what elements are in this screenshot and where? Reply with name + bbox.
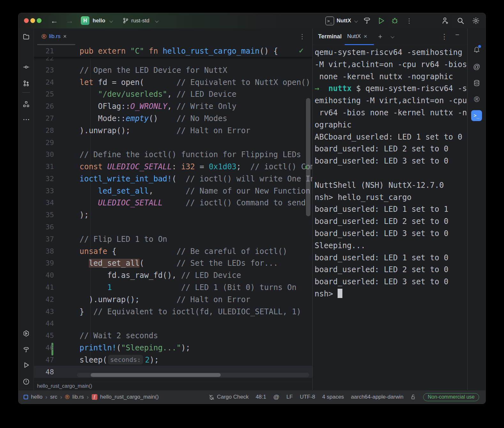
terminal-options-icon[interactable]: ⋮ — [441, 33, 448, 40]
terminal-header: Terminal NuttX × + ⋮ − — [313, 28, 468, 45]
code-line: 46println!("Sleeping..."); — [34, 342, 312, 354]
project-icon — [24, 395, 28, 399]
editor-breadcrumb-bar[interactable]: hello_rust_cargo_main() — [34, 382, 312, 390]
structure-icon[interactable] — [23, 101, 30, 108]
inspections-ok-icon[interactable]: ✓ — [298, 47, 304, 55]
terminal-line: board_userled: LED 3 set to 0 — [315, 276, 467, 288]
code-line: 30// Define the ioctl() function for Fli… — [34, 149, 312, 161]
code-line: 25 "/dev/userleds", // LED Device — [34, 88, 312, 100]
ai-status-icon[interactable]: @ — [273, 394, 279, 401]
code-line: 39 led_set_all( // Set the LEDs for... — [34, 257, 312, 269]
notification-badge — [478, 45, 481, 48]
terminal-line: ographic — [315, 119, 467, 131]
terminal-output[interactable]: qemu-system-riscv64 -semihosting-M virt,… — [315, 45, 467, 390]
settings-gear-icon[interactable] — [472, 17, 480, 25]
terminal-line: none -kernel nuttx -nographic — [315, 71, 467, 83]
commit-icon[interactable] — [23, 64, 30, 71]
terminal-title[interactable]: Terminal — [318, 33, 342, 40]
search-icon[interactable] — [456, 17, 465, 25]
terminal-line: nsh> hello_rust_cargo — [315, 192, 467, 204]
tab-options-icon[interactable]: ⋮ — [299, 33, 305, 40]
branch-name[interactable]: rust-std — [131, 18, 149, 24]
chevron-down-icon — [354, 19, 358, 22]
status-project[interactable]: hello — [31, 394, 42, 400]
sticky-line[interactable]: 21 pub extern "C" fn hello_rust_cargo_ma… — [34, 45, 312, 57]
code-line: 27 Mode::empty() // No Modes — [34, 112, 312, 125]
editor-horizontal-scrollbar[interactable] — [91, 373, 221, 377]
terminal-line: nsh> — [315, 288, 467, 300]
window-zoom-button[interactable] — [37, 18, 42, 23]
ai-assistant-icon[interactable]: @ — [473, 63, 480, 70]
git-branch-icon — [122, 17, 129, 24]
add-user-icon[interactable] — [441, 17, 449, 25]
terminal-toolwindow-icon-active[interactable]: >_ — [471, 110, 482, 121]
chevron-down-icon[interactable] — [391, 34, 394, 38]
run-button-icon[interactable] — [377, 17, 385, 25]
code-line: 31const ULEDIOC_SETALL: i32 = 0x1d03; //… — [34, 161, 312, 173]
tab-lib-rs[interactable]: ® lib.rs × — [37, 28, 71, 44]
build-tool-icon[interactable] — [23, 346, 30, 353]
more-options-icon[interactable]: ⋮ — [406, 17, 412, 25]
project-name[interactable]: hello — [93, 18, 105, 24]
more-tool-windows-icon[interactable]: ⋯ — [23, 115, 30, 122]
run-config-name[interactable]: NuttX — [337, 18, 351, 24]
hide-panel-icon[interactable]: − — [455, 31, 459, 38]
code-line: 33 led_set_all, // Name of our New Funct… — [34, 185, 312, 197]
back-arrow-icon[interactable]: ← — [50, 16, 58, 25]
file-encoding[interactable]: UTF-8 — [300, 394, 315, 400]
code-line: 29 — [34, 137, 312, 149]
line-separator[interactable]: LF — [286, 394, 293, 400]
license-badge[interactable]: Non-commercial use — [423, 393, 479, 401]
scrollbar-change-mark — [305, 166, 307, 169]
status-bar: hello › src › ® lib.rs › f hello_rust_ca… — [19, 390, 485, 404]
strip-divider — [22, 92, 30, 93]
status-function[interactable]: hello_rust_cargo_main() — [100, 394, 159, 400]
unlocked-padlock-icon[interactable] — [410, 394, 416, 400]
function-icon: f — [92, 394, 97, 400]
project-icon[interactable]: H — [81, 16, 89, 25]
code-line: 24let fd = open( // Equivalent to NuttX … — [34, 76, 312, 88]
terminal-line: board_userled: LED 3 set to 0 — [315, 155, 467, 167]
project-folder-icon[interactable] — [23, 33, 30, 40]
window-close-button[interactable] — [24, 18, 29, 23]
code-line: 38unsafe { // Be careful of ioctl() — [34, 245, 312, 257]
indent-setting[interactable]: 4 spaces — [322, 394, 344, 400]
new-terminal-icon[interactable]: + — [378, 33, 382, 40]
cargo-check-widget[interactable]: Cargo Check — [209, 394, 248, 400]
rust-file-icon: ® — [42, 33, 46, 40]
terminal-tab-label: NuttX — [347, 33, 361, 40]
notifications-bell-icon[interactable] — [473, 46, 480, 53]
window-minimize-button[interactable] — [30, 18, 35, 23]
breadcrumb[interactable]: hello_rust_cargo_main() — [37, 383, 92, 389]
chevron-right-icon: › — [87, 394, 89, 401]
editor-vertical-scrollbar[interactable] — [306, 98, 310, 216]
close-icon[interactable]: × — [63, 33, 66, 40]
code-line: 42 ).unwrap(); // Halt on Error — [34, 294, 312, 306]
rust-toolwindow-icon[interactable]: ® — [473, 96, 480, 103]
run-tool-icon[interactable] — [23, 362, 30, 369]
problems-icon[interactable] — [23, 378, 30, 385]
close-icon[interactable]: × — [364, 33, 367, 40]
code-editor[interactable]: 2223// Open the LED Device for NuttX24le… — [34, 45, 312, 382]
code-line: 26 OFlag::O_WRONLY, // Write Only — [34, 100, 312, 112]
services-icon[interactable] — [23, 330, 30, 337]
database-icon[interactable] — [473, 80, 480, 87]
forward-arrow-icon[interactable]: → — [66, 16, 73, 25]
terminal-line: board_userled: LED 3 set to 0 — [315, 228, 467, 240]
target-triple[interactable]: aarch64-apple-darwin — [351, 394, 403, 400]
terminal-line: ABCboard_userled: LED 1 set to 0 — [315, 131, 467, 143]
status-file[interactable]: lib.rs — [73, 394, 84, 400]
terminal-panel: Terminal NuttX × + ⋮ − qemu-system-riscv… — [312, 28, 468, 390]
editor-tab-bar: ® lib.rs × ⋮ — [34, 28, 312, 45]
status-src[interactable]: src — [50, 394, 57, 400]
code-line: 43} // Equivalent to ioctl(fd, ULEDIOC_S… — [34, 306, 312, 318]
build-hammer-icon[interactable] — [363, 17, 371, 25]
caret-position[interactable]: 48:1 — [256, 394, 266, 400]
terminal-tab-nuttx[interactable]: NuttX × — [347, 28, 367, 44]
terminal-line: board_userled: LED 1 set to 1 — [315, 203, 467, 216]
debug-bug-icon[interactable] — [391, 17, 399, 25]
chevron-down-icon — [155, 19, 158, 22]
pull-requests-icon[interactable] — [23, 80, 30, 87]
terminal-line: qemu-system-riscv64 -semihosting — [315, 47, 467, 59]
run-config-terminal-icon[interactable]: >_ — [325, 17, 334, 25]
